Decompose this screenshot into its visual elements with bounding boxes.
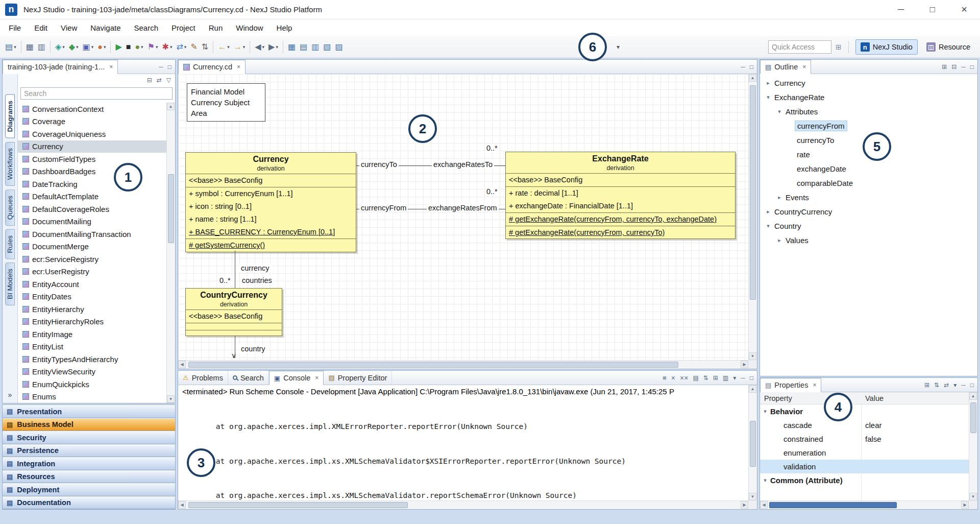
flag-icon[interactable]: ⚑▾ bbox=[145, 40, 160, 54]
sidetab-diagrams[interactable]: Diagrams bbox=[5, 94, 15, 138]
list-item[interactable]: ConversationContext bbox=[18, 103, 166, 115]
layer-documentation[interactable]: ▤Documentation bbox=[3, 496, 175, 510]
new-wizard-icon[interactable]: ▤▾ bbox=[3, 40, 18, 54]
tab-outline[interactable]: ▤ Outline × bbox=[760, 60, 811, 74]
tree-item[interactable]: ▸Events bbox=[760, 190, 977, 204]
view-menu-icon[interactable]: ▾ bbox=[953, 382, 957, 389]
console-vertical-scrollbar[interactable]: ▲ ▼ bbox=[748, 385, 757, 501]
stop-icon[interactable]: ■ bbox=[124, 40, 133, 54]
sidetab-overflow-icon[interactable]: » bbox=[8, 391, 12, 399]
minimize-view-icon[interactable]: ─ bbox=[961, 63, 966, 70]
layer-presentation[interactable]: ▤Presentation bbox=[3, 405, 175, 418]
property-category-row[interactable]: ▾Behavior bbox=[760, 404, 969, 418]
minimize-view-icon[interactable]: ─ bbox=[961, 382, 966, 389]
class-operation[interactable]: # getSystemCurrency() bbox=[186, 239, 356, 252]
property-category-row[interactable]: ▾Common (Attribute) bbox=[760, 473, 969, 487]
chevron-down-icon[interactable]: ▾ bbox=[760, 477, 770, 484]
close-icon[interactable]: × bbox=[315, 374, 318, 382]
scroll-up-icon[interactable]: ▲ bbox=[969, 392, 977, 400]
display-selected-console-icon[interactable]: ▾ bbox=[733, 374, 736, 382]
scroll-left-icon[interactable]: ◀ bbox=[178, 361, 186, 368]
layer-integration[interactable]: ▤Integration bbox=[3, 457, 175, 470]
link-with-editor-icon[interactable]: ⇄ bbox=[157, 77, 162, 84]
sidetab-workflows[interactable]: Workflows bbox=[5, 142, 15, 186]
list-item[interactable]: DocumentMailing bbox=[18, 216, 166, 228]
close-window-button[interactable]: × bbox=[948, 0, 980, 19]
association-role-label[interactable]: currencyFrom bbox=[359, 204, 408, 212]
scroll-left-icon[interactable]: ◀ bbox=[760, 501, 768, 509]
tab-properties[interactable]: ▤ Properties × bbox=[760, 378, 821, 392]
tree-item[interactable]: ▸CountryCurrency bbox=[760, 204, 977, 219]
association-role-label[interactable]: currencyTo bbox=[359, 160, 399, 169]
list-item[interactable]: DateTracking bbox=[18, 178, 166, 190]
scroll-left-icon[interactable]: ◀ bbox=[178, 501, 186, 509]
class-operation[interactable]: # getExchangeRate(currencyFrom, currency… bbox=[506, 213, 735, 226]
menu-window[interactable]: Window bbox=[229, 23, 270, 32]
list-item[interactable]: DashboardBadges bbox=[18, 165, 166, 178]
toolbar-overflow-chevron-icon[interactable]: ▾ bbox=[617, 43, 620, 51]
table-sync-icon[interactable]: ▧ bbox=[321, 40, 333, 54]
menu-project[interactable]: Project bbox=[165, 23, 202, 32]
tools-icon[interactable]: ✱▾ bbox=[160, 40, 175, 54]
show-advanced-icon[interactable]: ⇅ bbox=[934, 382, 939, 389]
class-attribute[interactable]: + rate : decimal [1..1] bbox=[506, 187, 735, 200]
editor-horizontal-scrollbar[interactable]: ◀ ▶ bbox=[178, 360, 748, 369]
sort-icon[interactable]: ⇅ bbox=[200, 40, 210, 54]
clear-console-icon[interactable]: ▤ bbox=[693, 374, 698, 382]
list-item[interactable]: Coverage bbox=[18, 115, 166, 128]
diagram-annotation[interactable]: Financial Model Currency Subject Area bbox=[187, 83, 265, 122]
scrollbar-thumb[interactable] bbox=[750, 85, 756, 300]
tree-item-selected[interactable]: currencyFrom bbox=[760, 118, 977, 133]
save-icon[interactable]: ▦ bbox=[24, 40, 36, 54]
view-menu-icon[interactable]: ▽ bbox=[166, 77, 171, 84]
undo-icon[interactable]: ←▾ bbox=[216, 40, 232, 54]
layer-deployment[interactable]: ▤Deployment bbox=[3, 483, 175, 496]
sync-icon[interactable]: ⇄▾ bbox=[174, 40, 188, 54]
bundle-icon[interactable]: ●▾ bbox=[133, 40, 145, 54]
list-item[interactable]: ecr:UserRegistry bbox=[18, 266, 166, 278]
remove-all-launches-icon[interactable]: ×× bbox=[680, 374, 688, 382]
scroll-up-icon[interactable]: ▲ bbox=[749, 385, 756, 393]
chevron-right-icon[interactable]: ▸ bbox=[775, 237, 783, 244]
tab-search[interactable]: Search bbox=[228, 371, 269, 385]
tab-console[interactable]: ▣ Console × bbox=[269, 371, 324, 385]
chevron-down-icon[interactable]: ▾ bbox=[764, 223, 772, 229]
close-icon[interactable]: × bbox=[109, 63, 113, 70]
chevron-down-icon[interactable]: ▾ bbox=[775, 108, 783, 115]
package-icon[interactable]: ▣▾ bbox=[81, 40, 96, 54]
table-grid-icon[interactable]: ▨ bbox=[333, 40, 345, 54]
association-role-label[interactable]: country bbox=[239, 345, 267, 353]
tree-item[interactable]: ▾Country bbox=[760, 219, 977, 233]
menu-run[interactable]: Run bbox=[202, 23, 230, 32]
association-role-label[interactable]: countries bbox=[240, 276, 274, 284]
list-item[interactable]: DefaultActTemplate bbox=[18, 190, 166, 203]
list-item[interactable]: EntityViewSecurity bbox=[18, 366, 166, 378]
menu-edit[interactable]: Edit bbox=[28, 23, 54, 32]
show-categories-icon[interactable]: ⊞ bbox=[924, 382, 929, 389]
scroll-down-icon[interactable]: ▼ bbox=[749, 352, 756, 360]
launch-model-icon[interactable]: ◈▾ bbox=[53, 40, 67, 54]
quick-access-input[interactable] bbox=[768, 40, 831, 54]
menu-view[interactable]: View bbox=[54, 23, 84, 32]
scroll-lock-icon[interactable]: ⇅ bbox=[703, 374, 708, 382]
terminate-icon[interactable]: ■ bbox=[663, 374, 667, 382]
save-all-icon[interactable]: ▥ bbox=[36, 40, 47, 54]
scroll-down-icon[interactable]: ▼ bbox=[167, 395, 175, 403]
list-item[interactable]: DefaultCoverageRoles bbox=[18, 203, 166, 216]
back-icon[interactable]: ◀▾ bbox=[253, 40, 266, 54]
scroll-up-icon[interactable]: ▲ bbox=[749, 74, 756, 82]
list-item[interactable]: EntityHierarchy bbox=[18, 303, 166, 316]
scroll-right-icon[interactable]: ▶ bbox=[741, 361, 748, 368]
perspective-nexj-studio[interactable]: n NexJ Studio bbox=[855, 39, 918, 55]
list-item[interactable]: CustomFieldTypes bbox=[18, 153, 166, 165]
list-item-selected[interactable]: Currency bbox=[18, 140, 166, 153]
console-horizontal-scrollbar[interactable]: ◀ ▶ bbox=[178, 501, 748, 509]
maximize-view-icon[interactable]: □ bbox=[970, 63, 974, 70]
account-icon[interactable]: ●▾ bbox=[95, 40, 108, 54]
tree-item[interactable]: ▾ExchangeRate bbox=[760, 90, 977, 104]
list-item[interactable]: EntityList bbox=[18, 341, 166, 353]
tree-item[interactable]: ▸Currency bbox=[760, 76, 977, 90]
maximize-view-icon[interactable]: □ bbox=[168, 63, 172, 70]
tab-property-editor[interactable]: ▤ Property Editor bbox=[324, 371, 392, 385]
perspective-resource[interactable]: ◫ Resource bbox=[922, 39, 975, 55]
